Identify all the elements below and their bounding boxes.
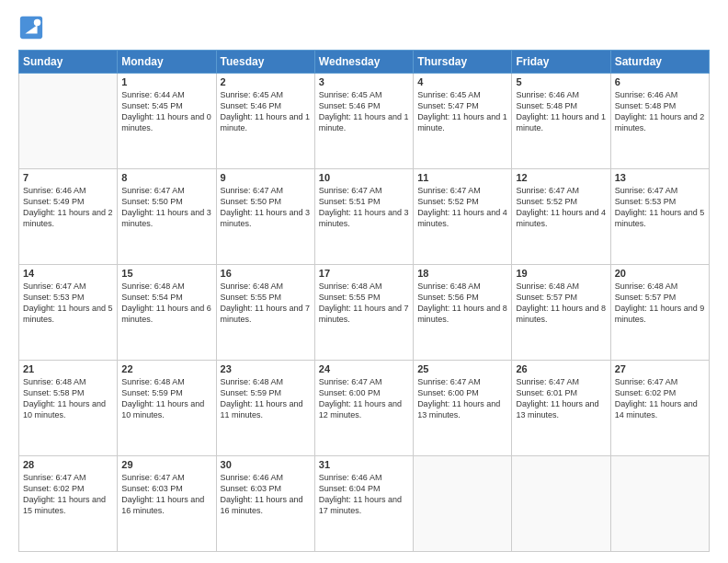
page: SundayMondayTuesdayWednesdayThursdayFrid… bbox=[0, 0, 728, 563]
calendar-cell: 22Sunrise: 6:48 AM Sunset: 5:59 PM Dayli… bbox=[118, 361, 216, 456]
day-info: Sunrise: 6:46 AM Sunset: 5:48 PM Dayligh… bbox=[516, 89, 606, 134]
day-number: 14 bbox=[23, 268, 113, 279]
weekday-header: Tuesday bbox=[216, 51, 314, 74]
weekday-header: Thursday bbox=[414, 51, 512, 74]
day-number: 27 bbox=[615, 363, 705, 374]
day-info: Sunrise: 6:48 AM Sunset: 5:59 PM Dayligh… bbox=[121, 376, 211, 421]
day-info: Sunrise: 6:47 AM Sunset: 5:52 PM Dayligh… bbox=[516, 185, 606, 230]
day-info: Sunrise: 6:48 AM Sunset: 5:59 PM Dayligh… bbox=[221, 376, 311, 421]
day-number: 18 bbox=[417, 268, 507, 279]
day-info: Sunrise: 6:47 AM Sunset: 6:02 PM Dayligh… bbox=[615, 376, 705, 421]
day-info: Sunrise: 6:48 AM Sunset: 5:55 PM Dayligh… bbox=[319, 281, 409, 326]
day-info: Sunrise: 6:47 AM Sunset: 6:00 PM Dayligh… bbox=[417, 376, 507, 421]
day-number: 16 bbox=[221, 268, 311, 279]
calendar-cell: 10Sunrise: 6:47 AM Sunset: 5:51 PM Dayli… bbox=[314, 169, 413, 265]
day-number: 24 bbox=[319, 363, 409, 374]
day-number: 28 bbox=[23, 459, 113, 470]
header bbox=[18, 15, 710, 40]
calendar-cell: 15Sunrise: 6:48 AM Sunset: 5:54 PM Dayli… bbox=[118, 265, 216, 361]
day-info: Sunrise: 6:47 AM Sunset: 6:03 PM Dayligh… bbox=[121, 472, 211, 517]
day-info: Sunrise: 6:46 AM Sunset: 5:48 PM Dayligh… bbox=[615, 89, 705, 134]
day-number: 2 bbox=[221, 76, 311, 87]
day-info: Sunrise: 6:47 AM Sunset: 5:50 PM Dayligh… bbox=[121, 185, 211, 230]
calendar-cell: 12Sunrise: 6:47 AM Sunset: 5:52 PM Dayli… bbox=[512, 169, 610, 265]
calendar-cell: 7Sunrise: 6:46 AM Sunset: 5:49 PM Daylig… bbox=[19, 169, 118, 265]
day-number: 30 bbox=[221, 459, 311, 470]
calendar-week-row: 21Sunrise: 6:48 AM Sunset: 5:58 PM Dayli… bbox=[19, 361, 710, 456]
calendar-cell: 4Sunrise: 6:45 AM Sunset: 5:47 PM Daylig… bbox=[414, 74, 512, 169]
calendar-cell bbox=[414, 456, 512, 552]
calendar-cell: 27Sunrise: 6:47 AM Sunset: 6:02 PM Dayli… bbox=[610, 361, 709, 456]
day-info: Sunrise: 6:48 AM Sunset: 5:55 PM Dayligh… bbox=[221, 281, 311, 326]
day-number: 7 bbox=[23, 172, 113, 183]
calendar-cell: 3Sunrise: 6:45 AM Sunset: 5:46 PM Daylig… bbox=[314, 74, 413, 169]
calendar-cell: 23Sunrise: 6:48 AM Sunset: 5:59 PM Dayli… bbox=[216, 361, 314, 456]
day-info: Sunrise: 6:47 AM Sunset: 5:50 PM Dayligh… bbox=[221, 185, 311, 230]
day-info: Sunrise: 6:47 AM Sunset: 5:53 PM Dayligh… bbox=[23, 281, 113, 326]
weekday-header: Monday bbox=[118, 51, 216, 74]
calendar-cell: 30Sunrise: 6:46 AM Sunset: 6:03 PM Dayli… bbox=[216, 456, 314, 552]
day-info: Sunrise: 6:44 AM Sunset: 5:45 PM Dayligh… bbox=[121, 89, 211, 134]
day-number: 31 bbox=[319, 459, 409, 470]
calendar-week-row: 7Sunrise: 6:46 AM Sunset: 5:49 PM Daylig… bbox=[19, 169, 710, 265]
calendar-cell: 2Sunrise: 6:45 AM Sunset: 5:46 PM Daylig… bbox=[216, 74, 314, 169]
calendar-cell: 25Sunrise: 6:47 AM Sunset: 6:00 PM Dayli… bbox=[414, 361, 512, 456]
calendar-cell: 21Sunrise: 6:48 AM Sunset: 5:58 PM Dayli… bbox=[19, 361, 118, 456]
day-number: 9 bbox=[221, 172, 311, 183]
calendar-cell: 20Sunrise: 6:48 AM Sunset: 5:57 PM Dayli… bbox=[610, 265, 709, 361]
day-number: 17 bbox=[319, 268, 409, 279]
day-number: 11 bbox=[417, 172, 507, 183]
day-number: 29 bbox=[121, 459, 211, 470]
day-info: Sunrise: 6:47 AM Sunset: 5:51 PM Dayligh… bbox=[319, 185, 409, 230]
day-info: Sunrise: 6:45 AM Sunset: 5:46 PM Dayligh… bbox=[319, 89, 409, 134]
day-info: Sunrise: 6:48 AM Sunset: 5:56 PM Dayligh… bbox=[417, 281, 507, 326]
day-number: 15 bbox=[121, 268, 211, 279]
calendar-header-row: SundayMondayTuesdayWednesdayThursdayFrid… bbox=[19, 51, 710, 74]
calendar-cell: 29Sunrise: 6:47 AM Sunset: 6:03 PM Dayli… bbox=[118, 456, 216, 552]
day-number: 26 bbox=[516, 363, 606, 374]
logo-icon bbox=[18, 15, 44, 40]
calendar-cell bbox=[512, 456, 610, 552]
day-info: Sunrise: 6:46 AM Sunset: 6:03 PM Dayligh… bbox=[221, 472, 311, 517]
day-number: 12 bbox=[516, 172, 606, 183]
day-number: 19 bbox=[516, 268, 606, 279]
day-number: 1 bbox=[121, 76, 211, 87]
weekday-header: Friday bbox=[512, 51, 610, 74]
weekday-header: Sunday bbox=[19, 51, 118, 74]
day-number: 4 bbox=[417, 76, 507, 87]
calendar-cell: 31Sunrise: 6:46 AM Sunset: 6:04 PM Dayli… bbox=[314, 456, 413, 552]
calendar-cell bbox=[19, 74, 118, 169]
weekday-header: Wednesday bbox=[314, 51, 413, 74]
calendar-week-row: 28Sunrise: 6:47 AM Sunset: 6:02 PM Dayli… bbox=[19, 456, 710, 552]
day-number: 22 bbox=[121, 363, 211, 374]
day-info: Sunrise: 6:46 AM Sunset: 5:49 PM Dayligh… bbox=[23, 185, 113, 230]
calendar-cell: 24Sunrise: 6:47 AM Sunset: 6:00 PM Dayli… bbox=[314, 361, 413, 456]
day-number: 3 bbox=[319, 76, 409, 87]
day-number: 23 bbox=[221, 363, 311, 374]
calendar-cell: 8Sunrise: 6:47 AM Sunset: 5:50 PM Daylig… bbox=[118, 169, 216, 265]
svg-point-2 bbox=[34, 19, 40, 26]
calendar-cell: 18Sunrise: 6:48 AM Sunset: 5:56 PM Dayli… bbox=[414, 265, 512, 361]
calendar-cell bbox=[610, 456, 709, 552]
day-info: Sunrise: 6:47 AM Sunset: 6:01 PM Dayligh… bbox=[516, 376, 606, 421]
day-info: Sunrise: 6:48 AM Sunset: 5:58 PM Dayligh… bbox=[23, 376, 113, 421]
day-info: Sunrise: 6:48 AM Sunset: 5:57 PM Dayligh… bbox=[615, 281, 705, 326]
day-info: Sunrise: 6:47 AM Sunset: 6:02 PM Dayligh… bbox=[23, 472, 113, 517]
day-number: 6 bbox=[615, 76, 705, 87]
calendar-cell: 26Sunrise: 6:47 AM Sunset: 6:01 PM Dayli… bbox=[512, 361, 610, 456]
day-info: Sunrise: 6:48 AM Sunset: 5:54 PM Dayligh… bbox=[121, 281, 211, 326]
day-info: Sunrise: 6:48 AM Sunset: 5:57 PM Dayligh… bbox=[516, 281, 606, 326]
calendar-cell: 28Sunrise: 6:47 AM Sunset: 6:02 PM Dayli… bbox=[19, 456, 118, 552]
day-info: Sunrise: 6:47 AM Sunset: 5:53 PM Dayligh… bbox=[615, 185, 705, 230]
day-number: 25 bbox=[417, 363, 507, 374]
calendar-week-row: 14Sunrise: 6:47 AM Sunset: 5:53 PM Dayli… bbox=[19, 265, 710, 361]
day-info: Sunrise: 6:45 AM Sunset: 5:46 PM Dayligh… bbox=[221, 89, 311, 134]
day-info: Sunrise: 6:46 AM Sunset: 6:04 PM Dayligh… bbox=[319, 472, 409, 517]
calendar-cell: 19Sunrise: 6:48 AM Sunset: 5:57 PM Dayli… bbox=[512, 265, 610, 361]
calendar-cell: 14Sunrise: 6:47 AM Sunset: 5:53 PM Dayli… bbox=[19, 265, 118, 361]
calendar-cell: 11Sunrise: 6:47 AM Sunset: 5:52 PM Dayli… bbox=[414, 169, 512, 265]
calendar-cell: 5Sunrise: 6:46 AM Sunset: 5:48 PM Daylig… bbox=[512, 74, 610, 169]
weekday-header: Saturday bbox=[610, 51, 709, 74]
calendar-week-row: 1Sunrise: 6:44 AM Sunset: 5:45 PM Daylig… bbox=[19, 74, 710, 169]
calendar-cell: 1Sunrise: 6:44 AM Sunset: 5:45 PM Daylig… bbox=[118, 74, 216, 169]
